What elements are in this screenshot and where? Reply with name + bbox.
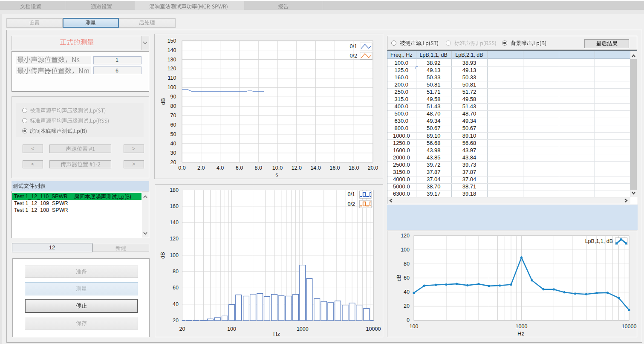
svg-text:60: 60 — [170, 122, 176, 128]
svg-text:14.0: 14.0 — [310, 165, 321, 171]
svg-text:140: 140 — [167, 47, 176, 53]
svg-text:dB: dB — [396, 275, 402, 281]
svg-text:8.0: 8.0 — [255, 165, 262, 171]
svg-text:140: 140 — [170, 220, 179, 225]
svg-text:s: s — [275, 171, 278, 178]
svg-text:12.0: 12.0 — [292, 165, 302, 171]
svg-text:4.0: 4.0 — [217, 165, 224, 171]
svg-text:100: 100 — [401, 247, 410, 253]
svg-text:180: 180 — [170, 187, 179, 193]
svg-text:70: 70 — [170, 113, 176, 119]
svg-text:1000: 1000 — [297, 326, 309, 332]
svg-text:60: 60 — [173, 285, 179, 291]
svg-text:90: 90 — [170, 94, 176, 100]
svg-text:20: 20 — [170, 159, 176, 165]
svg-text:Hz: Hz — [273, 331, 280, 337]
svg-text:18.0: 18.0 — [349, 165, 359, 171]
svg-text:120: 120 — [401, 233, 410, 239]
svg-text:dB: dB — [159, 252, 166, 259]
svg-text:0/1: 0/1 — [348, 191, 355, 197]
svg-text:6.0: 6.0 — [236, 165, 243, 171]
svg-text:20: 20 — [404, 303, 410, 309]
svg-text:10.0: 10.0 — [272, 165, 283, 171]
svg-text:0: 0 — [407, 317, 410, 323]
svg-text:40: 40 — [173, 301, 179, 307]
svg-text:10000: 10000 — [366, 326, 381, 332]
svg-text:20.0: 20.0 — [368, 165, 378, 171]
svg-text:120: 120 — [167, 66, 176, 72]
svg-text:0/1: 0/1 — [350, 43, 357, 49]
svg-text:100: 100 — [170, 252, 179, 258]
svg-text:150: 150 — [167, 38, 176, 44]
svg-text:160: 160 — [170, 203, 179, 209]
svg-text:120: 120 — [170, 236, 179, 242]
svg-text:10000: 10000 — [622, 324, 637, 330]
svg-text:20: 20 — [179, 326, 185, 332]
svg-text:50: 50 — [170, 131, 176, 137]
svg-text:0/2: 0/2 — [350, 53, 357, 59]
svg-text:100: 100 — [410, 324, 419, 330]
svg-text:0.0: 0.0 — [178, 165, 185, 171]
svg-text:80: 80 — [404, 261, 410, 267]
svg-text:130: 130 — [167, 57, 176, 63]
svg-text:1000: 1000 — [516, 324, 528, 330]
svg-text:0/2: 0/2 — [348, 201, 355, 207]
svg-text:100: 100 — [227, 326, 236, 332]
svg-text:16.0: 16.0 — [329, 165, 340, 171]
svg-text:80: 80 — [173, 269, 179, 275]
svg-text:2.0: 2.0 — [197, 165, 205, 171]
svg-text:40: 40 — [170, 141, 176, 147]
svg-text:110: 110 — [168, 75, 176, 81]
svg-text:80: 80 — [170, 103, 176, 109]
svg-text:dB: dB — [160, 98, 166, 105]
svg-text:Hz: Hz — [517, 330, 524, 337]
svg-text:30: 30 — [170, 150, 176, 156]
svg-text:40: 40 — [404, 289, 410, 295]
svg-text:LpB,1,1, dB: LpB,1,1, dB — [585, 238, 613, 244]
svg-text:20: 20 — [173, 318, 179, 324]
svg-text:100: 100 — [167, 84, 176, 90]
svg-text:60: 60 — [404, 275, 410, 281]
